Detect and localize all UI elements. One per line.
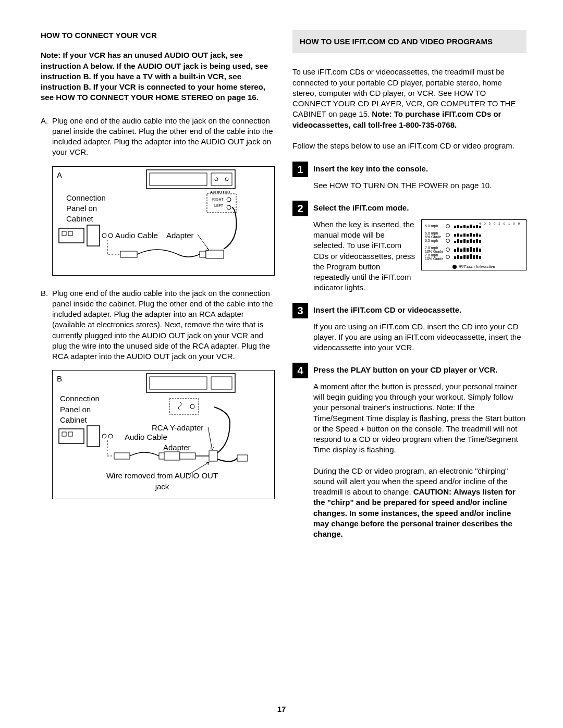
list-item-b: B. Plug one end of the audio cable into …: [41, 288, 275, 362]
step-1-title: Insert the key into the console.: [313, 164, 527, 174]
svg-rect-24: [68, 432, 72, 436]
diagram-b-adapter-label: Adapter: [163, 442, 191, 453]
step-1-number: 1: [292, 162, 308, 177]
left-heading: HOW TO CONNECT YOUR VCR: [41, 30, 275, 41]
svg-rect-19: [211, 377, 232, 389]
right-intro: To use iFIT.com CDs or videocassettes, t…: [292, 67, 527, 130]
page: HOW TO CONNECT YOUR VCR Note: If your VC…: [0, 0, 563, 728]
svg-rect-31: [180, 453, 195, 459]
diagram-a-right-label: RIGHT: [212, 197, 224, 202]
diagram-a-letter: A: [57, 170, 62, 180]
step-4-para1: A moment after the button is pressed, yo…: [313, 381, 527, 455]
diagram-b: B Connection Panel on Cabinet Audio Cabl…: [52, 370, 275, 499]
svg-rect-16: [206, 250, 224, 258]
step-2-body: Select the iFIT.com mode. 403020100 5.0 …: [313, 201, 527, 293]
svg-rect-28: [114, 453, 130, 459]
svg-point-4: [225, 178, 228, 181]
svg-rect-29: [159, 453, 164, 459]
list-text-b: Plug one end of the audio cable into the…: [52, 288, 275, 362]
svg-point-26: [102, 434, 106, 438]
right-heading: HOW TO USE IFIT.COM CD AND VIDEO PROGRAM…: [292, 30, 527, 53]
svg-rect-14: [120, 251, 137, 257]
svg-rect-30: [164, 452, 180, 460]
step-3-text: If you are using an iFIT.com CD, insert …: [313, 322, 527, 353]
svg-point-6: [227, 198, 231, 202]
svg-rect-34: [237, 455, 248, 461]
svg-rect-1: [150, 173, 207, 186]
step-3-body: Insert the iFIT.com CD or videocassette.…: [313, 303, 527, 353]
step-1-text: See HOW TO TURN ON THE POWER on page 10.: [313, 180, 527, 191]
diagram-a-audio-cable-label: Audio Cable: [115, 230, 158, 241]
svg-point-12: [102, 233, 106, 238]
step-4-body: Press the PLAY button on your CD player …: [313, 363, 527, 550]
diagram-b-wire-label: Wire removed from AUDIO OUT jack: [105, 471, 219, 492]
diagram-b-connection-label: Connection Panel on Cabinet: [60, 393, 117, 425]
svg-rect-0: [146, 170, 235, 189]
svg-rect-17: [146, 374, 235, 392]
svg-rect-32: [209, 451, 217, 461]
step-3-number: 3: [292, 303, 308, 318]
svg-point-21: [190, 404, 194, 409]
svg-rect-20: [169, 399, 199, 414]
right-column: HOW TO USE IFIT.COM CD AND VIDEO PROGRAM…: [292, 30, 527, 559]
svg-rect-15: [200, 251, 206, 257]
step-4-para2: During the CD or video program, an elect…: [313, 466, 527, 540]
diagram-a: A Connection Panel on Cabinet Audio Cabl…: [52, 166, 275, 276]
step-3-title: Insert the iFIT.com CD or videocassette.: [313, 305, 527, 315]
list-text-a: Plug one end of the audio cable into the…: [52, 116, 275, 158]
step-2-diagram: 403020100 5.0 mph 6.0 mph 5% Grade 6.5 m…: [421, 219, 527, 270]
step-1: 1 Insert the key into the console. See H…: [292, 162, 527, 191]
svg-point-3: [215, 178, 218, 181]
vcr-note: Note: If your VCR has an unused AUDIO OU…: [41, 50, 275, 103]
svg-rect-10: [68, 231, 72, 236]
diagram-a-adapter-label: Adapter: [166, 230, 194, 241]
svg-rect-9: [62, 231, 66, 236]
list-letter-a: A.: [41, 116, 52, 158]
list-letter-b: B.: [41, 288, 52, 362]
step-4-title: Press the PLAY button on your CD player …: [313, 365, 527, 375]
diagram-b-audio-cable-label: Audio Cable: [125, 432, 167, 442]
two-column-layout: HOW TO CONNECT YOUR VCR Note: If your VC…: [41, 30, 527, 559]
step-1-body: Insert the key into the console. See HOW…: [313, 162, 527, 191]
left-column: HOW TO CONNECT YOUR VCR Note: If your VC…: [41, 30, 275, 559]
step-4: 4 Press the PLAY button on your CD playe…: [292, 363, 527, 550]
diagram-b-rca-label: RCA Y-adapter: [152, 423, 203, 433]
svg-point-13: [108, 233, 113, 238]
svg-rect-18: [150, 377, 207, 389]
step2-diag-footer: iFIT.com Interactive: [422, 265, 526, 269]
diagram-a-audioout-label: AUDIO OUT: [210, 190, 230, 194]
page-number: 17: [0, 704, 563, 714]
step-4-number: 4: [292, 363, 308, 378]
svg-rect-8: [59, 228, 84, 243]
step-2-title: Select the iFIT.com mode.: [313, 203, 527, 213]
svg-rect-23: [62, 432, 66, 436]
diagram-a-left-label: LEFT: [214, 203, 223, 208]
list-item-a: A. Plug one end of the audio cable into …: [41, 116, 275, 158]
svg-point-7: [227, 205, 231, 209]
right-follow: Follow the steps below to use an iFIT.co…: [292, 141, 527, 151]
svg-rect-2: [211, 173, 232, 186]
diagram-b-letter: B: [57, 374, 62, 384]
svg-rect-25: [87, 426, 100, 447]
step-3: 3 Insert the iFIT.com CD or videocassett…: [292, 303, 527, 353]
diagram-a-connection-label: Connection Panel on Cabinet: [66, 193, 124, 225]
svg-rect-22: [59, 429, 84, 443]
svg-point-27: [108, 434, 113, 438]
step-2-number: 2: [292, 201, 308, 216]
svg-rect-11: [87, 225, 100, 246]
step-2: 2 Select the iFIT.com mode. 403020100 5.…: [292, 201, 527, 293]
